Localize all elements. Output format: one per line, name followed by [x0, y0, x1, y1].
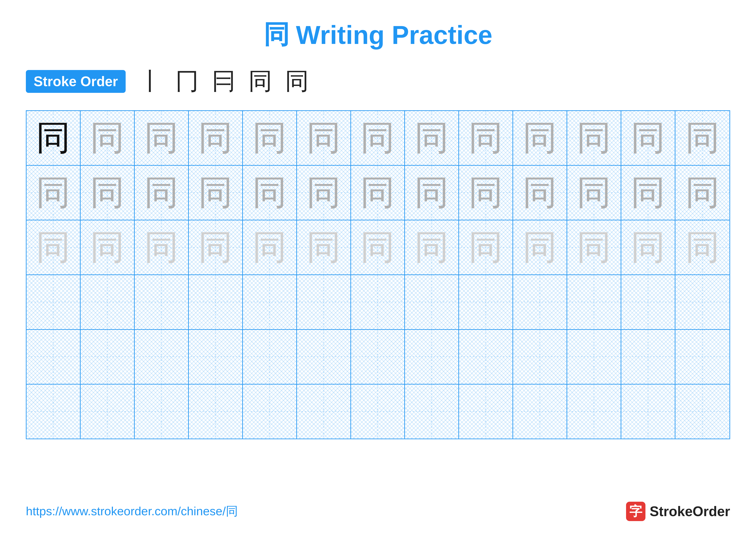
- grid-cell-2-3[interactable]: 同: [135, 165, 189, 220]
- grid-cell-4-7[interactable]: [351, 275, 405, 329]
- grid-cell-1-12[interactable]: 同: [621, 111, 675, 165]
- grid-cell-2-7[interactable]: 同: [351, 165, 405, 220]
- practice-char: 同: [523, 121, 557, 155]
- practice-char: 同: [415, 230, 449, 265]
- grid-cell-2-5[interactable]: 同: [243, 165, 297, 220]
- grid-cell-6-13[interactable]: [675, 385, 729, 439]
- grid-cell-5-2[interactable]: [81, 330, 135, 384]
- grid-cell-4-2[interactable]: [81, 275, 135, 329]
- grid-cell-1-13[interactable]: 同: [675, 111, 729, 165]
- grid-cell-6-7[interactable]: [351, 385, 405, 439]
- grid-cell-6-1[interactable]: [27, 385, 81, 439]
- grid-cell-5-3[interactable]: [135, 330, 189, 384]
- practice-char: 同: [577, 121, 611, 155]
- grid-cell-5-13[interactable]: [675, 330, 729, 384]
- grid-cell-6-11[interactable]: [567, 385, 621, 439]
- grid-cell-1-3[interactable]: 同: [135, 111, 189, 165]
- grid-cell-6-10[interactable]: [513, 385, 567, 439]
- grid-cell-3-11[interactable]: 同: [567, 220, 621, 274]
- grid-row-1: 同 同 同 同 同 同 同 同 同 同 同 同 同: [27, 111, 729, 165]
- grid-cell-3-1[interactable]: 同: [27, 220, 81, 274]
- grid-cell-4-8[interactable]: [405, 275, 459, 329]
- stroke-step-5: 同: [285, 65, 309, 97]
- grid-cell-5-9[interactable]: [459, 330, 513, 384]
- grid-row-2: 同 同 同 同 同 同 同 同 同 同 同 同 同: [27, 165, 729, 220]
- grid-cell-6-6[interactable]: [297, 385, 351, 439]
- grid-row-4: [27, 275, 729, 330]
- grid-cell-2-13[interactable]: 同: [675, 165, 729, 220]
- practice-char: 同: [90, 175, 124, 210]
- grid-cell-6-3[interactable]: [135, 385, 189, 439]
- practice-char: 同: [252, 175, 287, 210]
- grid-cell-3-6[interactable]: 同: [297, 220, 351, 274]
- footer-url[interactable]: https://www.strokeorder.com/chinese/同: [26, 503, 238, 520]
- grid-cell-3-3[interactable]: 同: [135, 220, 189, 274]
- grid-cell-1-6[interactable]: 同: [297, 111, 351, 165]
- grid-cell-5-10[interactable]: [513, 330, 567, 384]
- practice-char: 同: [631, 175, 665, 210]
- grid-cell-6-8[interactable]: [405, 385, 459, 439]
- grid-cell-1-4[interactable]: 同: [189, 111, 243, 165]
- grid-cell-4-6[interactable]: [297, 275, 351, 329]
- practice-char: 同: [252, 121, 287, 155]
- grid-cell-3-10[interactable]: 同: [513, 220, 567, 274]
- grid-row-6: [27, 385, 729, 439]
- grid-cell-2-9[interactable]: 同: [459, 165, 513, 220]
- grid-cell-4-4[interactable]: [189, 275, 243, 329]
- grid-cell-2-6[interactable]: 同: [297, 165, 351, 220]
- grid-cell-4-10[interactable]: [513, 275, 567, 329]
- practice-char: 同: [685, 121, 720, 155]
- grid-cell-5-11[interactable]: [567, 330, 621, 384]
- practice-char: 同: [360, 230, 395, 265]
- grid-cell-3-2[interactable]: 同: [81, 220, 135, 274]
- grid-cell-2-4[interactable]: 同: [189, 165, 243, 220]
- grid-cell-1-10[interactable]: 同: [513, 111, 567, 165]
- grid-cell-4-9[interactable]: [459, 275, 513, 329]
- grid-cell-4-12[interactable]: [621, 275, 675, 329]
- grid-cell-2-8[interactable]: 同: [405, 165, 459, 220]
- grid-cell-5-4[interactable]: [189, 330, 243, 384]
- grid-cell-4-11[interactable]: [567, 275, 621, 329]
- grid-cell-3-4[interactable]: 同: [189, 220, 243, 274]
- grid-cell-4-13[interactable]: [675, 275, 729, 329]
- grid-cell-2-2[interactable]: 同: [81, 165, 135, 220]
- grid-cell-5-7[interactable]: [351, 330, 405, 384]
- grid-cell-6-5[interactable]: [243, 385, 297, 439]
- grid-cell-6-4[interactable]: [189, 385, 243, 439]
- grid-cell-6-2[interactable]: [81, 385, 135, 439]
- grid-cell-6-12[interactable]: [621, 385, 675, 439]
- grid-cell-3-5[interactable]: 同: [243, 220, 297, 274]
- grid-cell-3-9[interactable]: 同: [459, 220, 513, 274]
- grid-cell-3-7[interactable]: 同: [351, 220, 405, 274]
- grid-cell-2-12[interactable]: 同: [621, 165, 675, 220]
- grid-cell-1-11[interactable]: 同: [567, 111, 621, 165]
- grid-cell-1-1[interactable]: 同: [27, 111, 81, 165]
- grid-row-3: 同 同 同 同 同 同 同 同 同 同 同 同 同: [27, 220, 729, 275]
- practice-char: 同: [523, 230, 557, 265]
- grid-cell-5-6[interactable]: [297, 330, 351, 384]
- grid-cell-3-8[interactable]: 同: [405, 220, 459, 274]
- practice-char: 同: [685, 175, 720, 210]
- grid-cell-6-9[interactable]: [459, 385, 513, 439]
- grid-cell-2-11[interactable]: 同: [567, 165, 621, 220]
- grid-cell-1-2[interactable]: 同: [81, 111, 135, 165]
- grid-cell-4-3[interactable]: [135, 275, 189, 329]
- grid-cell-1-8[interactable]: 同: [405, 111, 459, 165]
- practice-grid[interactable]: 同 同 同 同 同 同 同 同 同 同 同 同 同 同 同 同 同 同 同 同 …: [26, 110, 730, 439]
- grid-cell-4-1[interactable]: [27, 275, 81, 329]
- grid-cell-2-1[interactable]: 同: [27, 165, 81, 220]
- grid-cell-5-1[interactable]: [27, 330, 81, 384]
- grid-cell-5-8[interactable]: [405, 330, 459, 384]
- grid-cell-1-9[interactable]: 同: [459, 111, 513, 165]
- grid-cell-5-12[interactable]: [621, 330, 675, 384]
- stroke-order-section: Stroke Order 丨 冂 冃 同 同: [26, 65, 730, 97]
- grid-cell-5-5[interactable]: [243, 330, 297, 384]
- grid-cell-1-7[interactable]: 同: [351, 111, 405, 165]
- grid-cell-3-13[interactable]: 同: [675, 220, 729, 274]
- grid-cell-3-12[interactable]: 同: [621, 220, 675, 274]
- practice-char: 同: [631, 121, 665, 155]
- practice-char: 同: [144, 230, 179, 265]
- grid-cell-4-5[interactable]: [243, 275, 297, 329]
- grid-cell-1-5[interactable]: 同: [243, 111, 297, 165]
- grid-cell-2-10[interactable]: 同: [513, 165, 567, 220]
